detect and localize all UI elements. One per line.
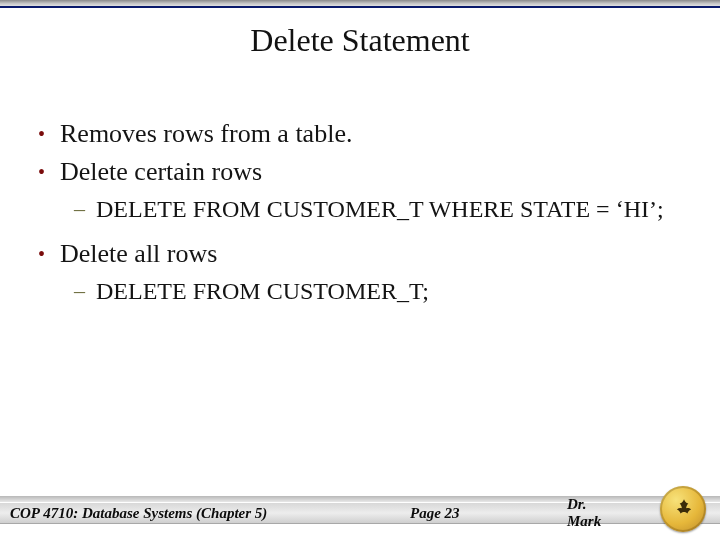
bullet-item: • Removes rows from a table.: [38, 118, 682, 150]
institution-logo: [658, 484, 710, 536]
footer-text-row: COP 4710: Database Systems (Chapter 5) P…: [10, 503, 620, 523]
sub-bullet-item: – DELETE FROM CUSTOMER_T;: [74, 276, 682, 306]
sub-bullet-item: – DELETE FROM CUSTOMER_T WHERE STATE = ‘…: [74, 194, 682, 224]
bullet-item: • Delete all rows: [38, 238, 682, 270]
slide-title: Delete Statement: [0, 22, 720, 59]
bullet-marker: •: [38, 118, 60, 150]
bullet-marker: •: [38, 238, 60, 270]
sub-bullet-text: DELETE FROM CUSTOMER_T;: [96, 276, 429, 306]
pegasus-icon: [671, 497, 697, 523]
bullet-text: Removes rows from a table.: [60, 118, 352, 150]
slide-body: • Removes rows from a table. • Delete ce…: [38, 118, 682, 320]
sub-bullet-marker: –: [74, 194, 96, 224]
bullet-marker: •: [38, 156, 60, 188]
bullet-item: • Delete certain rows: [38, 156, 682, 188]
sub-bullet-text: DELETE FROM CUSTOMER_T WHERE STATE = ‘HI…: [96, 194, 664, 224]
bullet-text: Delete certain rows: [60, 156, 262, 188]
footer: COP 4710: Database Systems (Chapter 5) P…: [0, 482, 720, 540]
bullet-text: Delete all rows: [60, 238, 217, 270]
footer-course: COP 4710: Database Systems (Chapter 5): [10, 505, 267, 522]
top-accent-band: [0, 0, 720, 8]
sub-bullet-marker: –: [74, 276, 96, 306]
footer-author: Dr. Mark: [567, 496, 620, 530]
footer-page: Page 23: [410, 505, 460, 522]
